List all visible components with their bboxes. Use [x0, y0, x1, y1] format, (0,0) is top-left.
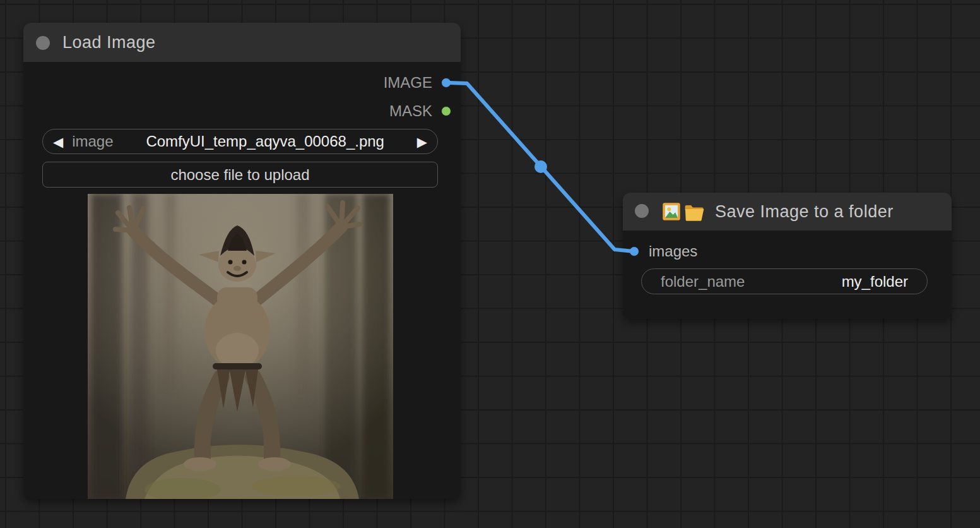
input-label-images: images: [649, 243, 697, 260]
collapse-dot-icon[interactable]: [635, 204, 649, 218]
image-output-port[interactable]: [441, 78, 451, 88]
images-input-port[interactable]: [629, 246, 639, 256]
folder-name-widget[interactable]: folder_name my_folder: [641, 268, 928, 294]
load-image-node-titlebar[interactable]: Load Image: [23, 23, 461, 62]
mask-output-port[interactable]: [441, 106, 451, 116]
image-combo-widget[interactable]: ◀ image ComfyUI_temp_aqyva_00068_.png ▶: [42, 129, 438, 154]
folder-icon: [684, 204, 705, 221]
choose-file-button[interactable]: choose file to upload: [42, 162, 438, 188]
node-title: Save Image to a folder: [715, 193, 894, 231]
troll-forest-illustration: [88, 194, 393, 499]
combo-label: image: [72, 133, 113, 150]
node-graph-canvas[interactable]: Load Image IMAGE MASK ◀ image ComfyUI_te…: [0, 0, 980, 528]
save-image-node-titlebar[interactable]: Save Image to a folder: [623, 193, 952, 231]
output-label-image: IMAGE: [23, 74, 432, 92]
save-image-node[interactable]: Save Image to a folder images folder_nam…: [623, 193, 952, 319]
combo-prev-icon[interactable]: ◀: [53, 135, 63, 148]
output-label-mask: MASK: [23, 102, 432, 120]
link-image-to-images[interactable]: [448, 83, 634, 251]
node-title: Load Image: [62, 23, 156, 62]
folder-name-value: my_folder: [842, 273, 908, 291]
folder-name-label: folder_name: [661, 273, 745, 291]
image-icon: [662, 202, 681, 221]
collapse-dot-icon[interactable]: [36, 36, 50, 50]
combo-value: ComfyUI_temp_aqyva_00068_.png: [122, 133, 408, 150]
load-image-node[interactable]: Load Image IMAGE MASK ◀ image ComfyUI_te…: [23, 23, 461, 499]
combo-next-icon[interactable]: ▶: [417, 135, 427, 148]
link-midpoint-dot[interactable]: [534, 160, 547, 173]
image-preview: [88, 194, 393, 499]
